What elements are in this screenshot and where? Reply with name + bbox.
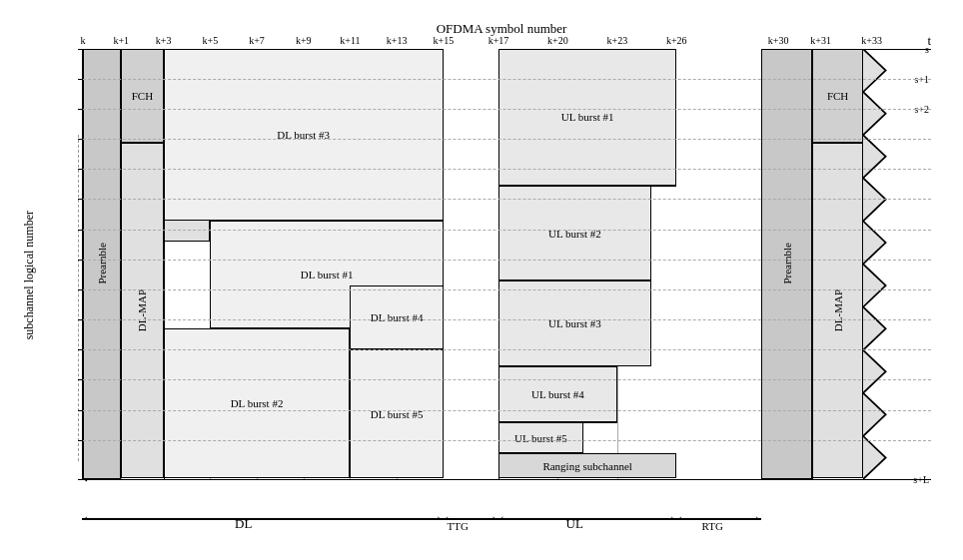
row-line-4 <box>83 169 931 170</box>
ul-burst-1: UL burst #1 <box>498 49 676 187</box>
row-line-6 <box>83 230 931 231</box>
ul-label: UL <box>566 516 583 532</box>
grid-area: k k+1 k+3 k+5 k+7 k+9 k+11 k+13 k+15 k+1… <box>82 49 931 480</box>
row-line-11 <box>83 379 931 380</box>
sym-label-k33: k+33 <box>861 35 882 46</box>
row-line-s1 <box>83 79 931 80</box>
sym-label-k3: k+3 <box>156 35 172 46</box>
ul-burst-4: UL burst #4 <box>498 366 617 422</box>
sym-label-k17: k+17 <box>488 35 509 46</box>
sym-label-k13: k+13 <box>387 35 408 46</box>
row-line-10 <box>83 349 931 350</box>
sym-label-k7: k+7 <box>249 35 265 46</box>
ranging-subchannel: Ranging subchannel <box>498 453 676 479</box>
ul-burst-3: UL burst #3 <box>498 280 651 366</box>
preamble-2: Preamble <box>761 49 812 479</box>
y-axis-label: subchannel logical number <box>22 71 37 480</box>
sym-labels-row: k k+1 k+3 k+5 k+7 k+9 k+11 k+13 k+15 k+1… <box>83 31 931 49</box>
sym-label-k9: k+9 <box>296 35 312 46</box>
row-line-s2 <box>83 109 931 110</box>
ul-burst-5: UL burst #5 <box>498 422 583 452</box>
fch-2: FCH <box>812 49 863 144</box>
row-line-5 <box>83 199 931 200</box>
dl-arrow-line: ← → <box>82 518 443 520</box>
fch-1: FCH <box>121 49 163 144</box>
sym-label-k30: k+30 <box>768 35 789 46</box>
ttg-gap <box>444 49 498 479</box>
zigzag-right <box>863 49 931 479</box>
sym-label-k: k <box>81 35 86 46</box>
preamble-1: Preamble <box>83 49 121 479</box>
sym-label-k5: k+5 <box>203 35 219 46</box>
row-line-13 <box>83 440 931 441</box>
dl-burst-2: DL burst #2 <box>164 328 351 479</box>
row-line-9 <box>83 319 931 320</box>
sym-label-k31: k+31 <box>810 35 831 46</box>
sym-label-k15: k+15 <box>433 35 454 46</box>
dl-map-1: DL-MAP <box>121 143 163 478</box>
row-line-8 <box>83 289 931 290</box>
ttg-label: TTG <box>448 520 469 532</box>
sym-label-k1: k+1 <box>113 35 129 46</box>
dl-burst-3: DL burst #3 <box>164 49 444 221</box>
dl-map-2: DL-MAP <box>812 143 863 478</box>
sym-label-k26: k+26 <box>666 35 687 46</box>
dl-burst-4: DL burst #4 <box>350 285 443 350</box>
sym-label-k23: k+23 <box>607 35 628 46</box>
row-line-7 <box>83 260 931 261</box>
rtg-label: RTG <box>702 520 723 532</box>
sym-label-k20: k+20 <box>547 35 568 46</box>
row-line-3 <box>83 139 931 140</box>
dl-label: DL <box>235 516 252 532</box>
sym-label-k11: k+11 <box>340 35 360 46</box>
bottom-annotations: ← → DL ← → TTG ← → UL ← → RTG <box>82 485 931 540</box>
ul-burst-2: UL burst #2 <box>498 186 651 280</box>
rtg-gap <box>676 49 761 479</box>
row-line-12 <box>83 410 931 411</box>
dl-burst-5: DL burst #5 <box>350 349 443 478</box>
ul-arrow-line: ← → <box>498 518 677 520</box>
